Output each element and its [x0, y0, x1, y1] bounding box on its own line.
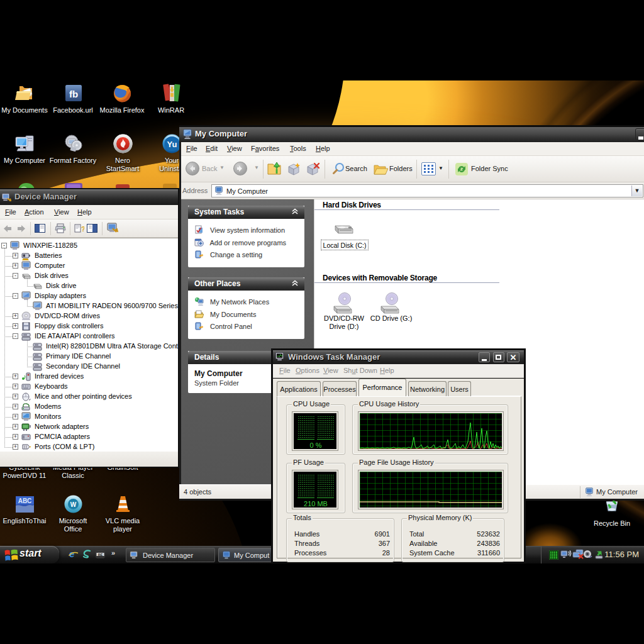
svg-text:fb: fb — [69, 89, 77, 99]
svg-text:W: W — [70, 501, 76, 508]
svg-text:Yu: Yu — [167, 140, 177, 149]
svg-text:?: ? — [81, 225, 84, 233]
svg-text:ABC: ABC — [18, 497, 31, 504]
svg-text:BE: BE — [98, 553, 103, 557]
